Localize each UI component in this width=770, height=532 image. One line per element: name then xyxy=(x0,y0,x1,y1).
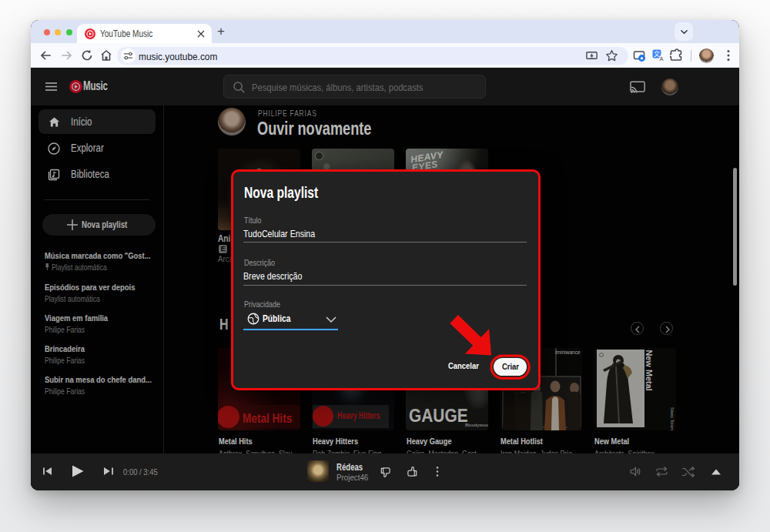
svg-text:A: A xyxy=(660,55,664,62)
